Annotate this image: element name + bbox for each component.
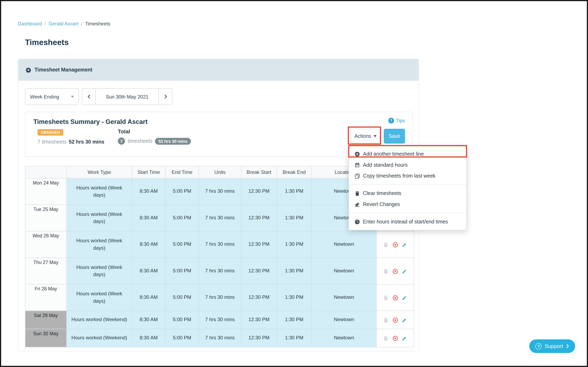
table-row: Sat 29 May Hours worked (Weekend) 8:30 A… (25, 311, 414, 329)
work-type-cell[interactable]: Hours worked (Week days) (67, 284, 132, 311)
col-day (25, 166, 67, 178)
menu-item-0[interactable]: Add another timesheet line (349, 149, 466, 159)
work-type-cell[interactable]: Hours worked (Week days) (67, 205, 132, 231)
units-cell[interactable]: 7 hrs 30 mins (199, 205, 241, 231)
edit-icon[interactable] (402, 295, 407, 301)
units-cell[interactable]: 7 hrs 30 mins (199, 284, 241, 311)
work-type-cell[interactable]: Hours worked (Week days) (67, 178, 132, 205)
break-end-cell[interactable]: 1:30 PM (277, 178, 312, 205)
attachment-icon[interactable] (383, 317, 389, 323)
start-time-cell[interactable]: 8:30 AM (132, 205, 165, 231)
end-time-cell[interactable]: 5:00 PM (165, 258, 199, 284)
total-line: 7 timesheets 52 hrs 30 mins (118, 137, 191, 145)
actions-button[interactable]: Actions (351, 129, 380, 143)
delete-icon[interactable] (392, 317, 398, 323)
tips-link[interactable]: ? Tips (388, 118, 405, 124)
break-start-cell[interactable]: 12:30 PM (241, 258, 277, 284)
row-actions-cell (376, 231, 414, 258)
start-time-cell[interactable]: 8:30 AM (132, 329, 165, 347)
break-start-cell[interactable]: 12:30 PM (241, 329, 277, 347)
support-button[interactable]: ? Support (529, 339, 575, 353)
units-cell[interactable]: 7 hrs 30 mins (199, 258, 241, 284)
attachment-icon[interactable] (383, 335, 389, 341)
units-cell[interactable]: 7 hrs 30 mins (199, 178, 241, 205)
period-select[interactable]: Week Ending (25, 88, 79, 105)
start-time-cell[interactable]: 8:30 AM (132, 231, 165, 258)
location-cell[interactable]: Newtown (312, 231, 376, 258)
edit-icon[interactable] (402, 268, 407, 274)
day-cell: Sat 29 May (25, 311, 67, 329)
location-cell[interactable]: Newtown (312, 258, 376, 284)
delete-icon[interactable] (392, 242, 398, 248)
break-start-cell[interactable]: 12:30 PM (241, 178, 277, 205)
breadcrumb-employee[interactable]: Gerald Ascart (49, 21, 78, 27)
break-end-cell[interactable]: 1:30 PM (277, 205, 312, 231)
row-actions-cell (376, 311, 414, 329)
end-time-cell[interactable]: 5:00 PM (165, 205, 199, 231)
break-end-cell[interactable]: 1:30 PM (277, 258, 312, 284)
end-time-cell[interactable]: 5:00 PM (165, 178, 199, 205)
trash-icon (355, 191, 360, 196)
unsaved-status-badge: UNSAVED (37, 129, 63, 136)
units-cell[interactable]: 7 hrs 30 mins (199, 231, 241, 258)
delete-icon[interactable] (392, 268, 398, 274)
timesheet-hours: 52 hrs 30 mins (69, 139, 104, 145)
edit-icon[interactable] (402, 335, 407, 341)
previous-week-button[interactable] (82, 88, 96, 105)
break-end-cell[interactable]: 1:30 PM (277, 284, 312, 311)
work-type-cell[interactable]: Hours worked (Week days) (67, 231, 132, 258)
menu-item-1[interactable]: Add standard hours (349, 159, 466, 171)
work-type-cell[interactable]: Hours worked (Weekend) (67, 311, 132, 329)
save-button[interactable]: Save (384, 129, 405, 143)
week-ending-date[interactable]: Sun 30th May 2021 (95, 88, 159, 105)
delete-icon[interactable] (392, 335, 398, 341)
start-time-cell[interactable]: 8:30 AM (132, 258, 165, 284)
breadcrumb-dashboard[interactable]: Dashboard (18, 21, 42, 27)
chevron-right-icon (164, 94, 167, 99)
location-cell[interactable]: Newtown (312, 329, 376, 347)
menu-item-label: Revert Changes (363, 201, 400, 207)
day-cell: Sun 30 May (25, 329, 67, 347)
break-start-cell[interactable]: 12:30 PM (241, 284, 277, 311)
total-label: Total (118, 128, 130, 134)
day-cell: Wed 26 May (25, 231, 67, 258)
end-time-cell[interactable]: 5:00 PM (165, 311, 199, 329)
attachment-icon[interactable] (383, 295, 389, 301)
menu-item-4[interactable]: Clear timesheets (349, 188, 466, 199)
col-work-type: Work Type (67, 166, 132, 178)
table-row: Sun 30 May Hours worked (Weekend) 8:30 A… (25, 329, 414, 347)
summary-title: Timesheets Summary - Gerald Ascart (34, 118, 148, 126)
start-time-cell[interactable]: 8:30 AM (132, 284, 165, 311)
period-select-value: Week Ending (30, 94, 59, 100)
eraser-icon (355, 202, 360, 207)
location-cell[interactable]: Newtown (312, 311, 376, 329)
break-start-cell[interactable]: 12:30 PM (241, 311, 277, 329)
break-start-cell[interactable]: 12:30 PM (241, 231, 277, 258)
units-cell[interactable]: 7 hrs 30 mins (199, 311, 241, 329)
work-type-cell[interactable]: Hours worked (Week days) (67, 258, 132, 284)
attachment-icon[interactable] (383, 242, 389, 248)
delete-icon[interactable] (392, 295, 398, 301)
menu-item-5[interactable]: Revert Changes (349, 199, 466, 210)
end-time-cell[interactable]: 5:00 PM (165, 329, 199, 347)
menu-item-7[interactable]: Enter hours instead of start/end times (349, 216, 466, 227)
work-type-cell[interactable]: Hours worked (Weekend) (67, 329, 132, 347)
end-time-cell[interactable]: 5:00 PM (165, 231, 199, 258)
col-end-time: End Time (165, 166, 199, 178)
edit-icon[interactable] (402, 317, 407, 323)
start-time-cell[interactable]: 8:30 AM (132, 178, 165, 205)
attachment-icon[interactable] (383, 268, 389, 274)
next-week-button[interactable] (158, 88, 172, 105)
start-time-cell[interactable]: 8:30 AM (132, 311, 165, 329)
break-end-cell[interactable]: 1:30 PM (277, 231, 312, 258)
location-cell[interactable]: Newtown (312, 284, 376, 311)
units-cell[interactable]: 7 hrs 30 mins (199, 329, 241, 347)
panel-header: Timesheet Management (18, 59, 419, 81)
end-time-cell[interactable]: 5:00 PM (165, 284, 199, 311)
edit-icon[interactable] (402, 242, 407, 248)
menu-item-2[interactable]: Copy timesheets from last week (349, 170, 466, 182)
break-end-cell[interactable]: 1:30 PM (277, 311, 312, 329)
break-start-cell[interactable]: 12:30 PM (241, 205, 277, 231)
break-end-cell[interactable]: 1:30 PM (277, 329, 312, 347)
app-window: Dashboard / Gerald Ascart / Timesheets T… (0, 0, 588, 367)
